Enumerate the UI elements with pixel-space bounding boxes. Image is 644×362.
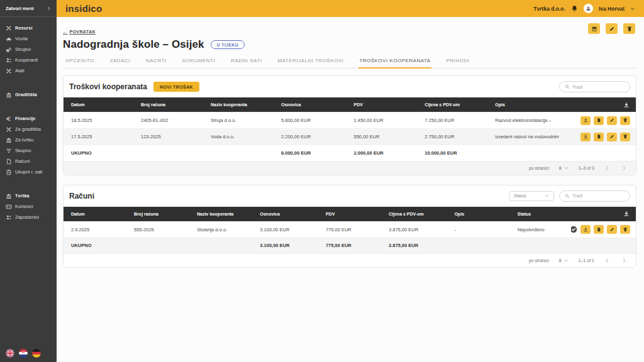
download-row-button[interactable]	[580, 225, 591, 234]
app-logo[interactable]: insidico	[65, 3, 102, 14]
sidebar-item-label: Za gradilišta	[15, 126, 41, 132]
sidebar-group-resursi: Resursi Vozila Strojevi Kooperanti Alati	[0, 23, 57, 76]
sidebar-item-resursi[interactable]: Resursi	[0, 23, 57, 33]
table-row: 17.5.2025 123-2025 Voda d.o.o. 2.200,00 …	[64, 129, 636, 145]
cell-datum: 18.5.2025	[64, 112, 133, 129]
back-link[interactable]: ←POVRATAK	[63, 30, 96, 34]
user-menu-chevron-down-icon[interactable]	[630, 6, 635, 11]
sidebar-item-kooperanti[interactable]: Kooperanti	[0, 55, 57, 65]
per-page-select[interactable]: 8	[559, 166, 569, 170]
confirm-check-icon[interactable]	[571, 226, 577, 233]
tab-materijalni-troskovi[interactable]: MATERIJALNI TROŠKOVI	[277, 55, 344, 69]
language-switcher	[6, 349, 41, 358]
cell-status: Nepotvrđeno	[510, 221, 571, 238]
cell-opis: -	[447, 221, 510, 238]
chevron-down-icon	[545, 194, 549, 198]
sidebar-item-label: Kooperanti	[15, 57, 38, 63]
tab-nacrti[interactable]: NACRTI	[145, 55, 167, 69]
tab-radni-sati[interactable]: RADNI SATI	[230, 55, 262, 69]
edit-row-button[interactable]	[607, 116, 617, 125]
tab-troskovi-kooperanata[interactable]: TROŠKOVI KOOPERANATA	[358, 55, 431, 69]
car-icon	[6, 36, 12, 42]
table-row: 18.5.2025 2405-EL-002 Struja d.o.o. 5.80…	[64, 112, 636, 129]
edit-row-button[interactable]	[607, 225, 617, 234]
sidebar-item-racuni[interactable]: Računi	[0, 156, 57, 167]
delete-project-button[interactable]	[623, 23, 635, 34]
costs-header-row: Datum Broj računa Naziv kooperanta Osnov…	[64, 97, 636, 112]
total-pdv: 775,00 EUR	[318, 238, 381, 253]
tab-opcenito[interactable]: OPĆENITO	[65, 55, 95, 69]
title-row: Nadogradnja škole – Osijek U TIJEKU	[63, 38, 636, 51]
germany-flag[interactable]	[32, 349, 41, 358]
clipboard-icon	[6, 169, 12, 175]
idcard-icon	[6, 204, 12, 210]
cell-broj-racuna: 123-2025	[133, 129, 203, 145]
sidebar-item-ukupni-r-sati[interactable]: Ukupni r. sati	[0, 167, 57, 177]
back-arrow-icon: ←	[63, 30, 67, 34]
invoices-card-header: Računi Status	[64, 185, 636, 207]
cell-osnovica: 3.100,00 EUR	[252, 221, 318, 238]
close-menu-label: Zatvori meni	[6, 6, 34, 11]
export-download-icon[interactable]	[623, 102, 630, 108]
total-label: UKUPNO	[64, 238, 126, 253]
previous-page-icon[interactable]	[604, 258, 610, 263]
invoices-title: Računi	[69, 192, 94, 200]
tab-zadaci[interactable]: ZADACI	[109, 55, 131, 69]
per-page-select[interactable]: 8	[559, 258, 569, 263]
sidebar-item-alati[interactable]: Alati	[0, 65, 57, 76]
copy-row-button[interactable]	[594, 133, 604, 141]
status-filter-select[interactable]: Status	[509, 191, 554, 201]
copy-row-button[interactable]	[594, 225, 604, 234]
total-label: UKUPNO	[64, 145, 133, 161]
sidebar-item-za-gradilista[interactable]: Za gradilišta	[0, 124, 57, 134]
top-bar-main: insidico Tvrtka d.o.o. Iva Horvat	[57, 0, 644, 17]
sidebar-item-strojevi[interactable]: Strojevi	[0, 44, 57, 55]
export-download-icon[interactable]	[623, 211, 630, 217]
avatar[interactable]	[584, 4, 593, 13]
sidebar-item-financije[interactable]: Financije	[0, 113, 57, 124]
delete-icon	[623, 134, 628, 140]
new-cost-button[interactable]: NOVI TROŠAK	[153, 82, 199, 92]
column-header: Cijena s PDV-om	[417, 97, 487, 112]
download-row-button[interactable]	[580, 116, 591, 125]
sidebar-item-skupno[interactable]: Skupno	[0, 145, 57, 156]
bell-icon[interactable]	[571, 5, 578, 12]
uk-flag[interactable]	[6, 349, 14, 358]
invoices-header-row: Datum Broj računa Naziv kooperanta Osnov…	[64, 207, 636, 222]
delete-row-button[interactable]	[620, 116, 630, 125]
archive-project-button[interactable]	[588, 23, 600, 34]
column-header: Osnovica	[274, 97, 347, 112]
costs-search-input[interactable]	[572, 84, 625, 90]
sidebar-item-label: Vozila	[15, 36, 28, 41]
project-actions	[588, 23, 635, 34]
next-page-icon[interactable]	[621, 165, 627, 171]
tab-prihodi[interactable]: PRIHODI	[446, 55, 470, 69]
next-page-icon[interactable]	[621, 258, 627, 263]
sidebar-item-za-tvrtku[interactable]: Za tvrtku	[0, 134, 57, 145]
edit-row-button[interactable]	[607, 133, 617, 141]
sidebar-item-korisnici[interactable]: Korisnici	[0, 201, 57, 212]
sidebar-item-gradilista[interactable]: Gradilišta	[0, 89, 57, 100]
per-page-value: 8	[559, 166, 562, 170]
copy-row-button[interactable]	[594, 116, 604, 125]
download-icon	[583, 227, 589, 233]
sidebar-item-zaposlenici[interactable]: Zaposlenici	[0, 212, 57, 222]
invoices-search-input[interactable]	[572, 193, 625, 199]
costs-card: Troškovi kooperanata NOVI TROŠAK Datum	[63, 75, 636, 175]
delete-row-button[interactable]	[620, 133, 630, 141]
cell-opis: izvedeni radovi na vodovodnim	[487, 129, 559, 145]
download-row-button[interactable]	[580, 133, 591, 141]
close-menu-button[interactable]: Zatvori meni	[0, 0, 57, 17]
archive-icon	[591, 26, 597, 32]
sidebar-item-tvrtka[interactable]: Tvrtka	[0, 190, 57, 201]
sidebar-item-vozila[interactable]: Vozila	[0, 33, 57, 44]
invoices-pagination: po stranici 8 1–1 of 1	[64, 253, 636, 267]
previous-page-icon[interactable]	[604, 165, 610, 171]
project-tabs: OPĆENITO ZADACI NACRTI DOKUMENTI RADNI S…	[63, 55, 636, 69]
total-osnovica: 3.100,00 EUR	[252, 238, 318, 253]
delete-row-button[interactable]	[620, 225, 630, 234]
sidebar-item-label: Ukupni r. sati	[15, 169, 42, 175]
tab-dokumenti[interactable]: DOKUMENTI	[182, 55, 216, 69]
croatia-flag[interactable]	[19, 349, 28, 358]
edit-project-button[interactable]	[606, 23, 618, 34]
